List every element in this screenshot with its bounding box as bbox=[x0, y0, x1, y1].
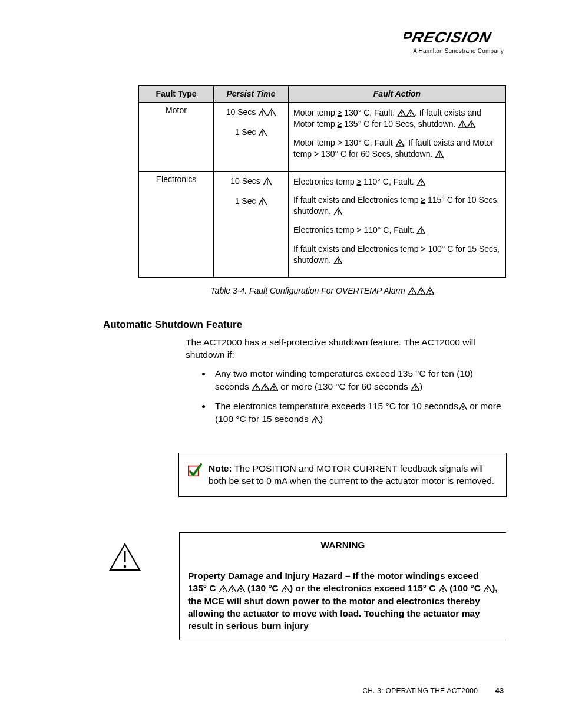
table-caption: Table 3-4. Fault Configuration For OVERT… bbox=[138, 286, 506, 295]
note-body: The POSITION and MOTOR CURRENT feedback … bbox=[209, 463, 494, 486]
warning-triangle-icon bbox=[408, 287, 416, 295]
warning-triangle-icon bbox=[311, 416, 320, 423]
section-body: The ACT2000 has a self-protective shutdo… bbox=[186, 337, 507, 426]
cell-motor-persist: 10 Secs 1 Sec bbox=[214, 103, 289, 172]
warning-triangle-icon bbox=[109, 543, 141, 571]
brand-tagline: A Hamilton Sundstrand Company bbox=[404, 48, 504, 54]
warning-triangle-icon bbox=[263, 177, 272, 185]
footer-chapter: CH. 3: OPERATING THE ACT2000 bbox=[362, 687, 478, 695]
cell-elec-type: Electronics bbox=[139, 171, 214, 277]
warning-triangle-icon bbox=[425, 287, 434, 295]
list-item: Any two motor winding temperatures excee… bbox=[211, 367, 507, 394]
th-fault-action: Fault Action bbox=[289, 86, 506, 103]
note-label: Note: bbox=[209, 463, 232, 473]
cell-elec-action: Electronics temp ≥ 110° C, Fault. If fau… bbox=[289, 171, 506, 277]
intro-paragraph: The ACT2000 has a self-protective shutdo… bbox=[186, 337, 507, 361]
brand-logo: PRECISION A Hamilton Sundstrand Company bbox=[404, 29, 504, 54]
warning-triangle-icon bbox=[267, 108, 276, 116]
note-box: Note: The POSITION and MOTOR CURRENT fee… bbox=[178, 453, 507, 498]
warning-triangle-icon bbox=[219, 585, 227, 592]
warning-triangle-icon bbox=[236, 585, 245, 592]
fault-config-table: Fault Type Persist Time Fault Action Mot… bbox=[138, 85, 506, 278]
warning-triangle-icon bbox=[333, 207, 342, 215]
warning-triangle-icon bbox=[258, 129, 267, 136]
footer-page-number: 43 bbox=[495, 686, 504, 695]
warning-triangle-icon bbox=[397, 109, 406, 117]
warning-triangle-icon bbox=[416, 287, 425, 295]
precision-logo-icon: PRECISION bbox=[404, 29, 504, 46]
warning-triangle-icon bbox=[258, 197, 267, 205]
list-item: The electronics temperature exceeds 115 … bbox=[211, 400, 507, 426]
svg-text:PRECISION: PRECISION bbox=[404, 29, 493, 46]
table-row: Electronics 10 Secs 1 Sec Electronics te… bbox=[139, 171, 506, 277]
checkmark-icon bbox=[187, 463, 203, 478]
warning-triangle-icon bbox=[438, 585, 447, 592]
warning-triangle-icon bbox=[416, 226, 425, 234]
warning-triangle-icon bbox=[458, 120, 467, 128]
warning-triangle-icon bbox=[467, 120, 475, 128]
warning-title: WARNING bbox=[188, 539, 498, 551]
warning-triangle-icon bbox=[411, 383, 419, 391]
th-fault-type: Fault Type bbox=[139, 86, 214, 103]
warning-block: WARNING Property Damage and Injury Hazar… bbox=[56, 532, 506, 640]
page-footer: CH. 3: OPERATING THE ACT2000 43 bbox=[362, 686, 504, 695]
warning-triangle-icon bbox=[333, 256, 342, 264]
warning-triangle-icon bbox=[252, 383, 260, 391]
cell-motor-action: Motor temp ≥ 130° C, Fault. . If fault e… bbox=[289, 103, 506, 172]
warning-triangle-icon bbox=[458, 403, 467, 410]
warning-triangle-icon bbox=[269, 383, 278, 391]
warning-triangle-icon bbox=[435, 150, 444, 158]
cell-motor-type: Motor bbox=[139, 103, 214, 172]
warning-triangle-icon bbox=[416, 178, 425, 186]
warning-triangle-icon bbox=[483, 585, 492, 592]
warning-triangle-icon bbox=[281, 585, 290, 592]
warning-triangle-icon bbox=[395, 139, 404, 147]
section-heading: Automatic Shutdown Feature bbox=[103, 319, 506, 331]
warning-triangle-icon bbox=[406, 109, 415, 117]
warning-triangle-icon bbox=[260, 383, 269, 391]
warning-triangle-icon bbox=[258, 108, 267, 116]
th-persist-time: Persist Time bbox=[214, 86, 289, 103]
table-row: Motor 10 Secs 1 Sec Motor temp ≥ 130° C,… bbox=[139, 103, 506, 172]
warning-triangle-icon bbox=[227, 585, 236, 592]
cell-elec-persist: 10 Secs 1 Sec bbox=[214, 171, 289, 277]
warning-body: Property Damage and Injury Hazard – If t… bbox=[188, 569, 498, 633]
